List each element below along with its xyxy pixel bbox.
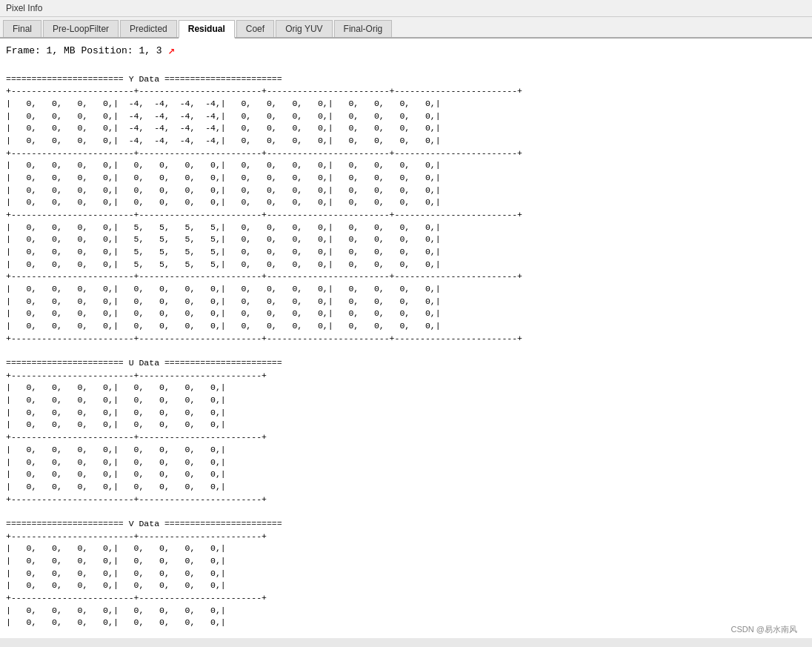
watermark: CSDN @易水南风 [731, 624, 797, 635]
v-header: ======================= V Data =========… [6, 519, 282, 528]
tab-final[interactable]: Final [3, 20, 41, 37]
tab-final-orig[interactable]: Final-Orig [334, 20, 393, 37]
tab-residual[interactable]: Residual [179, 20, 235, 39]
frame-info: Frame: 1, MB Position: 1, 3 ↗ [6, 43, 806, 58]
frame-info-text: Frame: 1, MB Position: 1, 3 [6, 45, 162, 56]
arrow-indicator: ↗ [168, 43, 176, 58]
data-display: ======================= Y Data =========… [6, 61, 806, 638]
y-header: ======================= Y Data =========… [6, 74, 282, 84]
title-bar: Pixel Info [0, 0, 812, 17]
content-area[interactable]: Frame: 1, MB Position: 1, 3 ↗ ==========… [0, 39, 812, 638]
u-header: ======================= U Data =========… [6, 358, 282, 368]
tab-origyuv[interactable]: Orig YUV [276, 20, 332, 37]
tab-preloopfilter[interactable]: Pre-LoopFilter [43, 20, 119, 37]
tab-bar: Final Pre-LoopFilter Predicted Residual … [0, 17, 812, 39]
title-label: Pixel Info [6, 3, 42, 13]
tab-coef[interactable]: Coef [236, 20, 274, 37]
tab-predicted[interactable]: Predicted [120, 20, 177, 37]
